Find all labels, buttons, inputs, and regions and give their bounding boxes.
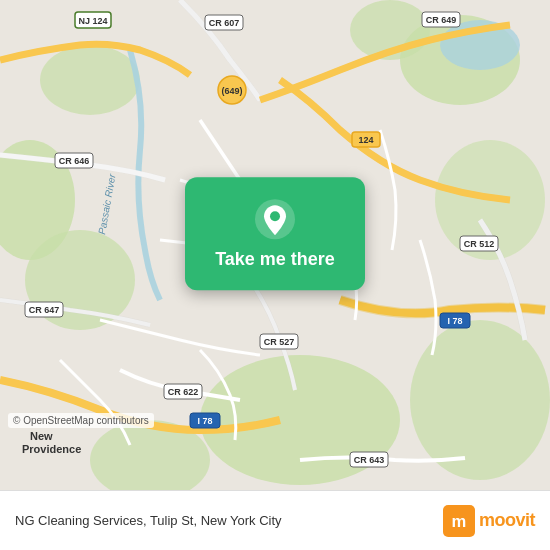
location-pin-icon	[253, 197, 297, 241]
svg-text:m: m	[452, 512, 467, 531]
osm-credit-text: © OpenStreetMap contributors	[13, 415, 149, 426]
bottom-bar: NG Cleaning Services, Tulip St, New York…	[0, 490, 550, 550]
map-container: NJ 124 CR 607 CR 649 (649) CR 646 124 CR…	[0, 0, 550, 490]
svg-text:CR 607: CR 607	[209, 18, 240, 28]
moovit-logo: m moovit	[443, 505, 535, 537]
svg-point-41	[270, 211, 280, 221]
svg-text:Providence: Providence	[22, 443, 81, 455]
svg-point-3	[40, 45, 140, 115]
svg-text:New: New	[30, 430, 53, 442]
svg-text:CR 649: CR 649	[426, 15, 457, 25]
svg-text:CR 622: CR 622	[168, 387, 199, 397]
svg-text:(649): (649)	[221, 86, 242, 96]
svg-text:I 78: I 78	[447, 316, 462, 326]
svg-text:CR 647: CR 647	[29, 305, 60, 315]
location-text: NG Cleaning Services, Tulip St, New York…	[15, 513, 282, 528]
svg-text:CR 643: CR 643	[354, 455, 385, 465]
osm-credit: © OpenStreetMap contributors	[8, 413, 154, 428]
cta-button[interactable]: Take me there	[185, 177, 365, 290]
moovit-logo-icon: m	[443, 505, 475, 537]
svg-text:NJ 124: NJ 124	[78, 16, 107, 26]
svg-text:I 78: I 78	[197, 416, 212, 426]
moovit-text: moovit	[479, 510, 535, 531]
svg-text:CR 512: CR 512	[464, 239, 495, 249]
cta-label: Take me there	[215, 249, 335, 270]
svg-point-7	[410, 320, 550, 480]
svg-text:CR 527: CR 527	[264, 337, 295, 347]
svg-text:124: 124	[358, 135, 373, 145]
svg-text:CR 646: CR 646	[59, 156, 90, 166]
